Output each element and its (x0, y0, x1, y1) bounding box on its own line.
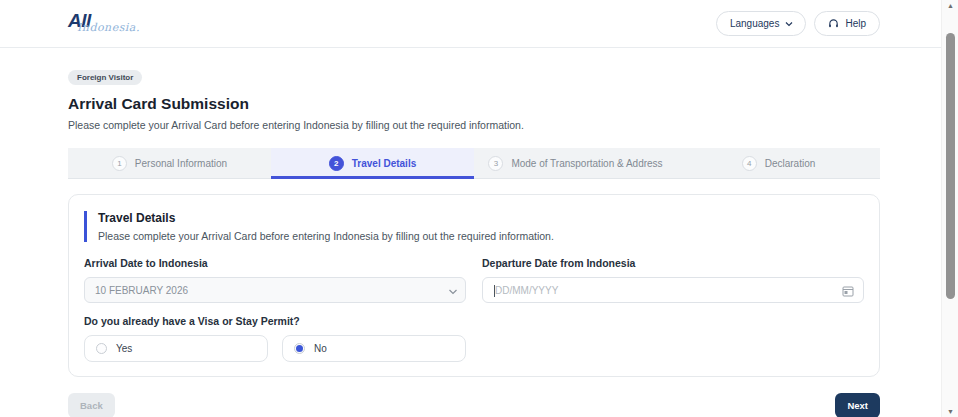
text-caret (494, 285, 495, 297)
arrival-date-label: Arrival Date to Indonesia (84, 257, 466, 269)
visa-question-label: Do you already have a Visa or Stay Permi… (84, 315, 466, 327)
vertical-scrollbar[interactable]: ▲ ▼ (941, 0, 958, 417)
card-title: Travel Details (98, 211, 864, 225)
step-number: 1 (112, 156, 127, 171)
step-number: 3 (488, 156, 503, 171)
visa-option-yes[interactable]: Yes (84, 335, 268, 362)
tab-declaration[interactable]: 4 Declaration (677, 148, 880, 179)
arrival-date-value: 10 FEBRUARY 2026 (95, 285, 188, 296)
scrollbar-thumb[interactable] (946, 33, 955, 299)
step-label: Mode of Transportation & Address (511, 158, 662, 169)
main-content: Foreign Visitor Arrival Card Submission … (0, 48, 958, 417)
visa-option-yes-label: Yes (116, 343, 132, 354)
scroll-up-icon[interactable]: ▲ (942, 2, 958, 9)
top-navbar: All Indonesia. Languages Help (0, 0, 958, 48)
header-actions: Languages Help (716, 11, 880, 36)
page-title: Arrival Card Submission (68, 95, 880, 113)
languages-button[interactable]: Languages (716, 11, 807, 36)
help-button[interactable]: Help (814, 11, 880, 36)
step-number: 4 (742, 156, 757, 171)
step-label: Travel Details (352, 158, 416, 169)
departure-date-label: Departure Date from Indonesia (482, 257, 864, 269)
next-button[interactable]: Next (835, 393, 880, 417)
departure-date-field-group: Departure Date from Indonesia (482, 257, 864, 303)
step-label: Declaration (765, 158, 816, 169)
headset-icon (828, 18, 839, 29)
tab-transportation-address[interactable]: 3 Mode of Transportation & Address (474, 148, 677, 179)
calendar-icon[interactable] (842, 285, 854, 299)
form-navigation: Back Next (68, 393, 880, 417)
visa-options: Yes No (84, 335, 466, 362)
radio-unchecked-icon (96, 343, 107, 354)
tab-personal-information[interactable]: 1 Personal Information (68, 148, 271, 179)
departure-date-input-wrap (482, 277, 864, 303)
page: All Indonesia. Languages Help Foreign Vi… (0, 0, 958, 417)
all-indonesia-logo[interactable]: All Indonesia. (68, 8, 158, 40)
travel-details-card: Travel Details Please complete your Arri… (68, 194, 880, 377)
visa-option-no-label: No (314, 343, 327, 354)
step-label: Personal Information (135, 158, 227, 169)
scroll-down-icon[interactable]: ▼ (942, 408, 958, 415)
date-fields-row: Arrival Date to Indonesia 10 FEBRUARY 20… (84, 257, 864, 303)
visa-question-group: Do you already have a Visa or Stay Permi… (84, 315, 466, 362)
arrival-date-field-group: Arrival Date to Indonesia 10 FEBRUARY 20… (84, 257, 466, 303)
help-label: Help (845, 18, 866, 29)
step-tabs: 1 Personal Information 2 Travel Details … (68, 148, 880, 179)
card-header: Travel Details Please complete your Arri… (84, 211, 864, 242)
step-number: 2 (329, 156, 344, 171)
tab-travel-details[interactable]: 2 Travel Details (271, 148, 474, 179)
chevron-down-icon (448, 287, 455, 294)
visitor-type-badge: Foreign Visitor (68, 70, 142, 85)
departure-date-input[interactable] (483, 278, 863, 302)
radio-checked-icon (294, 343, 305, 354)
arrival-date-select[interactable]: 10 FEBRUARY 2026 (84, 277, 466, 303)
languages-label: Languages (730, 18, 780, 29)
logo-text-secondary: Indonesia. (77, 21, 140, 34)
back-button[interactable]: Back (68, 393, 115, 417)
card-subtitle: Please complete your Arrival Card before… (98, 230, 864, 242)
visa-option-no[interactable]: No (282, 335, 466, 362)
page-subtitle: Please complete your Arrival Card before… (68, 119, 880, 131)
chevron-down-icon (785, 20, 792, 27)
